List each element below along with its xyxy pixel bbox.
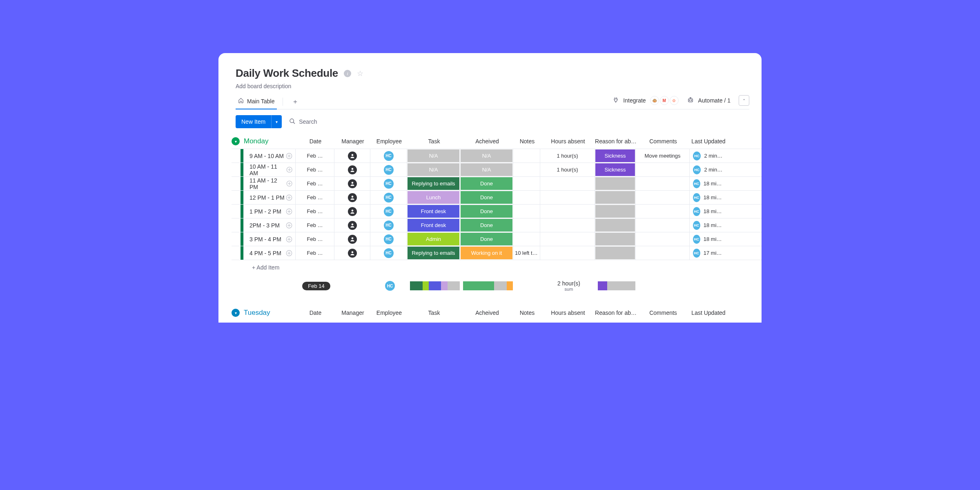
- table-row[interactable]: 4 PM - 5 PM Feb … HC Replying to emails …: [232, 246, 762, 260]
- col-manager[interactable]: Manager: [335, 305, 371, 320]
- cell-task[interactable]: Replying to emails: [407, 177, 460, 190]
- cell-task[interactable]: Admin: [407, 232, 460, 246]
- cell-date[interactable]: Feb …: [295, 205, 334, 218]
- cell-date[interactable]: Feb …: [295, 246, 334, 260]
- col-notes[interactable]: Notes: [514, 305, 541, 320]
- cell-reason[interactable]: [595, 232, 635, 246]
- col-achieved[interactable]: Acheived: [461, 305, 514, 320]
- info-icon[interactable]: i: [344, 70, 351, 77]
- board-description[interactable]: Add board description: [236, 83, 749, 89]
- cell-last-updated[interactable]: HC 18 minutes: [689, 232, 726, 246]
- cell-reason[interactable]: Sickness: [595, 163, 635, 176]
- cell-reason[interactable]: [595, 177, 635, 190]
- col-reason[interactable]: Reason for ab…: [595, 305, 636, 320]
- conversation-icon[interactable]: [285, 222, 293, 229]
- cell-employee[interactable]: HC: [370, 246, 407, 260]
- collapse-button[interactable]: ⌃: [739, 95, 749, 106]
- cell-hours-absent[interactable]: [540, 218, 595, 232]
- cell-employee[interactable]: HC: [370, 191, 407, 204]
- col-task[interactable]: Task: [408, 305, 461, 320]
- cell-notes[interactable]: [513, 232, 540, 246]
- cell-employee[interactable]: HC: [370, 205, 407, 218]
- cell-manager[interactable]: [334, 218, 370, 232]
- conversation-icon[interactable]: [285, 236, 293, 243]
- row-time-cell[interactable]: 9 AM - 10 AM: [244, 149, 295, 163]
- table-row[interactable]: 1 PM - 2 PM Feb … HC Front desk Done HC: [232, 204, 762, 218]
- cell-last-updated[interactable]: HC 2 minutes: [689, 163, 726, 176]
- cell-notes[interactable]: [513, 163, 540, 176]
- cell-task[interactable]: Front desk: [407, 218, 460, 232]
- cell-reason[interactable]: [595, 246, 635, 260]
- cell-manager[interactable]: [334, 205, 370, 218]
- cell-date[interactable]: Feb …: [295, 177, 334, 190]
- cell-date[interactable]: Feb …: [295, 218, 334, 232]
- conversation-icon[interactable]: [285, 194, 293, 201]
- table-row[interactable]: 11 AM - 12 PM Feb … HC Replying to email…: [232, 176, 762, 190]
- conversation-icon[interactable]: [285, 152, 293, 160]
- conversation-icon[interactable]: [286, 166, 293, 174]
- col-last-updated[interactable]: Last Updated: [690, 134, 727, 149]
- cell-notes[interactable]: [513, 205, 540, 218]
- cell-date[interactable]: Feb …: [295, 149, 334, 163]
- col-comments[interactable]: Comments: [636, 305, 690, 320]
- cell-employee[interactable]: HC: [370, 232, 407, 246]
- cell-reason[interactable]: [595, 218, 635, 232]
- group-collapse-icon[interactable]: ▾: [232, 309, 240, 317]
- tab-main-table[interactable]: Main Table: [236, 94, 277, 109]
- cell-last-updated[interactable]: HC 18 minutes: [689, 218, 726, 232]
- cell-notes[interactable]: [513, 149, 540, 163]
- cell-employee[interactable]: HC: [370, 177, 407, 190]
- row-time-cell[interactable]: 3 PM - 4 PM: [244, 232, 295, 246]
- group-name-monday[interactable]: Monday: [244, 137, 296, 145]
- table-row[interactable]: 12 PM - 1 PM Feb … HC Lunch Done HC 18: [232, 190, 762, 204]
- col-date[interactable]: Date: [296, 305, 335, 320]
- add-item-row[interactable]: + Add Item: [232, 260, 762, 274]
- cell-last-updated[interactable]: HC 18 minutes: [689, 191, 726, 204]
- col-last-updated[interactable]: Last Updated: [690, 305, 727, 320]
- cell-employee[interactable]: HC: [370, 149, 407, 163]
- cell-comments[interactable]: [635, 163, 689, 176]
- summary-date-pill[interactable]: Feb 14: [302, 282, 330, 290]
- star-icon[interactable]: ☆: [357, 69, 363, 78]
- cell-hours-absent[interactable]: [540, 191, 595, 204]
- cell-comments[interactable]: [635, 205, 689, 218]
- cell-date[interactable]: Feb …: [295, 163, 334, 176]
- cell-last-updated[interactable]: HC 18 minutes: [689, 205, 726, 218]
- col-hours-absent[interactable]: Hours absent: [541, 134, 595, 149]
- cell-task[interactable]: Replying to emails: [407, 246, 460, 260]
- cell-hours-absent[interactable]: 1 hour(s): [540, 163, 595, 176]
- cell-achieved[interactable]: N/A: [460, 163, 513, 176]
- automate-button[interactable]: Automate / 1: [687, 96, 731, 105]
- conversation-icon[interactable]: [286, 180, 293, 187]
- table-row[interactable]: 2PM - 3 PM Feb … HC Front desk Done HC: [232, 218, 762, 232]
- cell-hours-absent[interactable]: [540, 205, 595, 218]
- cell-manager[interactable]: [334, 163, 370, 176]
- cell-hours-absent[interactable]: [540, 246, 595, 260]
- cell-comments[interactable]: [635, 177, 689, 190]
- cell-achieved[interactable]: Done: [460, 177, 513, 190]
- cell-achieved[interactable]: N/A: [460, 149, 513, 163]
- row-time-cell[interactable]: 12 PM - 1 PM: [244, 191, 295, 204]
- col-achieved[interactable]: Acheived: [461, 134, 514, 149]
- cell-date[interactable]: Feb …: [295, 191, 334, 204]
- col-notes[interactable]: Notes: [514, 134, 541, 149]
- cell-comments[interactable]: Move meetings: [635, 149, 689, 163]
- col-reason[interactable]: Reason for ab…: [595, 134, 636, 149]
- cell-achieved[interactable]: Done: [460, 218, 513, 232]
- cell-task[interactable]: N/A: [407, 149, 460, 163]
- cell-achieved[interactable]: Done: [460, 191, 513, 204]
- cell-manager[interactable]: [334, 191, 370, 204]
- cell-notes[interactable]: [513, 218, 540, 232]
- cell-manager[interactable]: [334, 177, 370, 190]
- cell-task[interactable]: N/A: [407, 163, 460, 176]
- cell-last-updated[interactable]: HC 2 minutes: [689, 149, 726, 163]
- add-tab-button[interactable]: ＋: [289, 96, 302, 108]
- table-row[interactable]: 3 PM - 4 PM Feb … HC Admin Done HC 18: [232, 232, 762, 246]
- cell-reason[interactable]: [595, 191, 635, 204]
- cell-reason[interactable]: [595, 205, 635, 218]
- cell-last-updated[interactable]: HC 18 minutes: [689, 177, 726, 190]
- cell-task[interactable]: Front desk: [407, 205, 460, 218]
- row-time-cell[interactable]: 1 PM - 2 PM: [244, 205, 295, 218]
- avatar-employee-summary[interactable]: HC: [385, 281, 395, 291]
- table-row[interactable]: 10 AM - 11 AM Feb … HC N/A N/A 1 hour(s)…: [232, 163, 762, 176]
